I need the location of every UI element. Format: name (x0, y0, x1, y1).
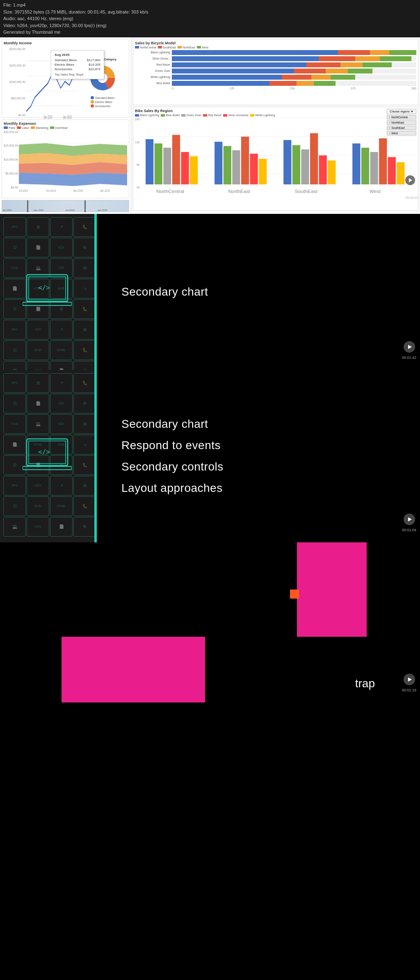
sales-bicycle-chart: Sales by Bicycle Model NorthCentral Sout… (133, 39, 418, 106)
expenses-legend: Parts Labor Marketing Overhead (4, 126, 127, 129)
icon2-code3: </> (50, 414, 73, 434)
play-circle-1[interactable] (404, 341, 415, 353)
svg-text:SouthEast: SouthEast (294, 189, 317, 194)
icon2-bug1: 🐛 (73, 373, 94, 393)
icon2-bug2: 🐛 (73, 455, 94, 475)
monthly-income-title: Monthly Income (4, 41, 127, 45)
svg-rect-43 (361, 148, 369, 184)
timeline-label-4: Jan 2016 (97, 209, 107, 211)
bar-row-blue-bullet: Blue Bullet (135, 81, 416, 86)
play-circle-2[interactable] (404, 514, 415, 525)
pink-block-top (297, 542, 367, 637)
region-filter-panel: Choose regions ▼ ×NorthCentral ×NorthEas… (387, 109, 416, 135)
income-tooltip: Aug 2015: Standard Bikes$117,862 Electri… (51, 50, 104, 79)
timeline-scrubber[interactable]: Jul 2014 Jan 2015 Jul 2015 Jan 2016 (2, 200, 129, 212)
bar-row-black-lightning: Black Lightning (135, 50, 416, 55)
legend-standard: Standard Bikes (91, 96, 114, 99)
icon2-settings1: ⚙ (73, 394, 94, 413)
menu-item-secondary-controls[interactable]: Secondary controls (121, 460, 395, 473)
thumbnail-area: Monthly Income $200,000.00 $150,000.00 $… (0, 37, 420, 214)
play-btn-section1[interactable] (404, 341, 415, 353)
icon2-code2: </> (50, 394, 73, 413)
legend-electric: Electric Bikes (91, 100, 114, 103)
legend-parts: Parts (4, 126, 15, 129)
svg-text:Jan 2015: Jan 2015 (73, 189, 83, 192)
icon-grid1: ⊡ (3, 238, 26, 257)
timeline-label-2: Jan 2015 (34, 209, 44, 211)
laptop-icon-overlay: </> (23, 273, 72, 311)
icon-grid4: ⊞ (73, 320, 94, 340)
orange-block-small (290, 590, 299, 599)
svg-text:Jan 2016: Jan 2016 (63, 115, 72, 120)
play-btn-section3[interactable] (404, 674, 415, 685)
icon2-code5: ⊡ (3, 496, 26, 516)
icon-code5: ⊡ (3, 340, 26, 360)
timeline-handle-right[interactable] (84, 200, 86, 212)
menu-item-respond-events[interactable]: Respond to events (121, 439, 395, 452)
icon-css2: CSS (27, 361, 49, 370)
play-button-thumb1[interactable] (405, 175, 415, 185)
icon-jpg2: JPG (3, 320, 26, 340)
pink-block-bottom (62, 637, 205, 702)
left-charts-panel: Monthly Income $200,000.00 $150,000.00 $… (0, 37, 131, 214)
sales-bicycle-title: Sales by Bicycle Model (135, 41, 416, 45)
right-charts-panel: Sales by Bicycle Model NorthCentral Sout… (131, 37, 420, 214)
svg-rect-31 (223, 146, 231, 185)
icon-code2: </> (50, 238, 73, 257)
svg-rect-41 (328, 161, 336, 184)
icon2-css: CSS (3, 414, 26, 434)
remove-west[interactable]: × (389, 132, 390, 135)
legend-silver-screamer: Silver Screamer (223, 114, 249, 117)
svg-text:West: West (370, 189, 381, 194)
filter-southeast: ×SouthEast (387, 126, 416, 130)
choose-regions-btn[interactable]: Choose regions ▼ (387, 109, 416, 114)
svg-rect-47 (397, 163, 404, 185)
bicycle-legend: NorthCentral SouthEast NorthEast West (135, 46, 416, 49)
legend-red-racer-region: Red Racer (203, 114, 221, 117)
filter-northcentral: ×NorthCentral (387, 115, 416, 119)
section-secondary-chart: JPG ⊞ ↗ 🐛 ⊡ 📄 </> ⚙ CSS 💻 </> ⊞ 📄 HTML E… (0, 214, 420, 370)
remove-northcentral[interactable]: × (389, 116, 390, 119)
legend-green-goer-region: Green Goer (181, 114, 201, 117)
icon2-file1: 📄 (27, 394, 49, 413)
play-circle-3[interactable] (404, 674, 415, 685)
menu-item-secondary-chart[interactable]: Secondary chart (121, 418, 395, 431)
menu-item-layout-approaches[interactable]: Layout approaches (121, 482, 395, 495)
legend-west: West (197, 46, 208, 49)
region-legend: Black Lightning Blue Bullet Green Goer R… (135, 114, 416, 117)
svg-rect-38 (301, 149, 309, 184)
remove-northeast[interactable]: × (389, 121, 390, 124)
expenses-chart-body: $20,000.00 $15,000.00 $10,000.00 $5,000.… (4, 131, 127, 194)
legend-black-lightning: Black Lightning (135, 114, 159, 117)
play-btn-section2[interactable] (404, 514, 415, 525)
legend-accessories: Accessories (91, 104, 114, 108)
icon2-arrow3: ↗ (50, 476, 73, 496)
icon-arrow1: ↗ (50, 217, 73, 237)
legend-northeast: NorthEast (178, 46, 195, 49)
tooltip-row-electric: Electric Bikes$14,205 (55, 63, 100, 67)
expenses-title: Monthly Expenses (4, 122, 127, 126)
svg-text:Jul 2014: Jul 2014 (19, 189, 28, 192)
svg-text:Oct 2014: Oct 2014 (46, 189, 56, 192)
icon2-code1: ⊞ (27, 373, 49, 393)
filename: File: 1.mp4 (3, 2, 417, 9)
bootstrap-text: trap (355, 677, 375, 690)
icon-settings3: ⚙ (73, 361, 94, 370)
video-info: Video: h264, yuv420p, 1280x720, 30.00 fp… (3, 22, 417, 29)
bar-row-red-racer: Red Racer (135, 62, 416, 67)
svg-rect-45 (379, 138, 387, 184)
legend-southeast: SouthEast (158, 46, 176, 49)
legend-labor: Labor (17, 126, 29, 129)
icon2-file3: 📄 (50, 517, 73, 537)
remove-southeast[interactable]: × (389, 126, 390, 129)
bootstrap-label: trap (355, 677, 375, 690)
monthly-income-chart: Monthly Income $200,000.00 $150,000.00 $… (2, 39, 129, 118)
play-icon-3 (408, 677, 412, 682)
region-chart-body: 160 120 80 40 (135, 118, 416, 195)
timeline-handle-left[interactable] (27, 200, 28, 212)
section3-timestamp: 00:01:19 (401, 688, 418, 693)
icon2-code4: </> (27, 476, 49, 496)
filter-west: ×West (387, 131, 416, 135)
section1-timestamp: 00:01:42 (401, 355, 418, 360)
icon-jpg: JPG (3, 217, 26, 237)
